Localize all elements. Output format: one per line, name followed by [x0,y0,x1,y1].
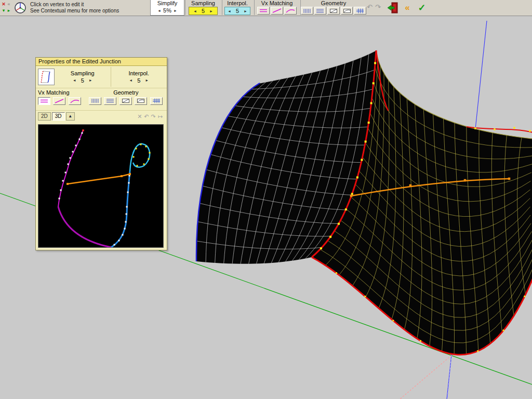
panel-geometry-quad-curve-icon[interactable] [135,97,147,105]
panel-sampling-row: Sampling ◄ 5 ► Interpol. ◄ 5 ► [36,66,167,88]
panel-sampling-label: Sampling [71,70,95,77]
simplify-increment-icon[interactable]: ► [172,9,179,12]
sampling-value: 5 [198,8,208,14]
confirm-button[interactable]: ✓ [416,2,428,14]
geometry-quad-curve-icon[interactable] [341,7,353,15]
tab-3d[interactable]: 3D [52,112,65,121]
collapse-preview-icon[interactable]: ▲ [66,112,75,121]
interpol-label: Interpol. [222,0,252,7]
geometry-quad-diagonal-icon[interactable] [327,7,340,15]
panel-interpol-label: Interpol. [128,70,149,77]
properties-panel: Properties of the Edited Junction Sampli… [35,57,167,250]
panel-sampling-decrement-icon[interactable]: ◄ [71,78,78,82]
sampling-decrement-icon[interactable]: ◄ [192,9,198,13]
preview-undo-icon[interactable]: ↶ [144,113,151,119]
panel-tab-row: 2D 3D ▲ ✕↶↷↦ [36,111,167,122]
panel-sampling-group: Sampling ◄ 5 ► [57,70,109,84]
main-toolbar: ✕« ▾▸ Click on vertex to edit it See Con… [0,0,532,16]
preview-step-icon[interactable]: ↦ [158,113,165,119]
panel-vx-matching-group: Vx Matching [38,89,82,105]
undo-icon[interactable]: ↶ [367,3,375,11]
interpol-stepper: ◄ 5 ► [224,7,250,15]
simplify-group: Simplify ◄ 5% ► [150,0,184,16]
simplify-stepper: ◄ 5% ► [151,7,184,14]
back-arrows-icon: « [405,3,409,13]
preview-delete-icon[interactable]: ✕ [137,113,144,119]
panel-sampling-increment-icon[interactable]: ► [87,78,94,82]
collapse-icon[interactable]: « [6,1,11,7]
panel-sampling-value: 5 [78,77,87,84]
panel-title[interactable]: Properties of the Edited Junction [36,58,167,66]
panel-vx-diagonal-icon[interactable] [53,97,65,105]
vx-matching-label: Vx Matching [255,0,299,7]
exit-tool-button[interactable] [387,2,399,14]
sampling-stepper: ◄ 5 ► [189,7,218,15]
interpol-value: 5 [233,8,242,14]
tool-compass-icon[interactable] [14,2,26,14]
panel-interpol-increment-icon[interactable]: ► [143,78,150,82]
preview-redo-icon[interactable]: ↷ [151,113,158,119]
panel-matching-row: Vx Matching Geometry [36,88,167,111]
panel-geometry-group: Geometry [89,89,163,105]
panel-vx-curve-icon[interactable] [69,97,81,105]
simplify-label: Simplify [151,0,184,7]
panel-sampling-stepper: ◄ 5 ► [71,77,94,84]
status-hints: Click on vertex to edit it See Contextua… [30,2,119,14]
panel-interpol-value: 5 [134,77,143,84]
geometry-hash-icon[interactable] [354,7,366,15]
interpol-decrement-icon[interactable]: ◄ [226,9,233,13]
toolbar-undo-redo: ↶↷ [367,3,383,11]
dropdown-icon[interactable]: ▾ [1,7,6,14]
panel-interpol-group: Interpol. ◄ 5 ► [113,70,165,84]
check-icon: ✓ [418,2,425,14]
vx-equal-icon[interactable] [257,7,270,15]
panel-geometry-hash-icon[interactable] [150,97,163,105]
sampling-group: Sampling ◄ 5 ► [185,0,221,15]
geometry-group: Geometry [300,0,366,15]
vx-curve-icon[interactable] [284,7,297,15]
panel-interpol-stepper: ◄ 5 ► [127,77,150,84]
geometry-columns-icon[interactable] [301,7,313,15]
vx-matching-group: Vx Matching [254,0,299,15]
panel-geometry-columns-icon[interactable] [89,97,101,105]
junction-profile-icon [38,69,55,85]
panel-divider [111,67,111,87]
geometry-label: Geometry [301,0,366,7]
simplify-decrement-icon[interactable]: ◄ [156,9,163,12]
panel-vx-equal-icon[interactable] [38,97,50,105]
hint-line-1: Click on vertex to edit it [30,2,119,8]
go-back-button[interactable]: « [401,2,414,14]
preview-toolbar: ✕↶↷↦ [137,113,165,120]
toolbar-mini-controls[interactable]: ✕« ▾▸ [1,1,12,14]
sampling-label: Sampling [185,0,221,7]
hint-line-2: See Contextual menu for more options [30,8,119,14]
panel-vx-matching-label: Vx Matching [38,89,82,96]
sampling-increment-icon[interactable]: ► [208,9,215,13]
junction-2d-preview[interactable] [38,124,164,248]
interpol-increment-icon[interactable]: ► [242,9,249,13]
vx-diagonal-icon[interactable] [271,7,283,15]
redo-icon[interactable]: ↷ [375,3,383,11]
simplify-value: 5% [163,7,172,14]
panel-interpol-decrement-icon[interactable]: ◄ [127,78,134,82]
panel-geometry-rows-icon[interactable] [104,97,116,105]
geometry-rows-icon[interactable] [314,7,327,15]
tab-2d[interactable]: 2D [38,112,51,121]
interpol-group: Interpol. ◄ 5 ► [222,0,252,15]
panel-geometry-label: Geometry [89,89,163,96]
play-icon[interactable]: ▸ [6,7,11,14]
close-icon[interactable]: ✕ [1,1,6,7]
panel-geometry-quad-diagonal-icon[interactable] [119,97,132,105]
